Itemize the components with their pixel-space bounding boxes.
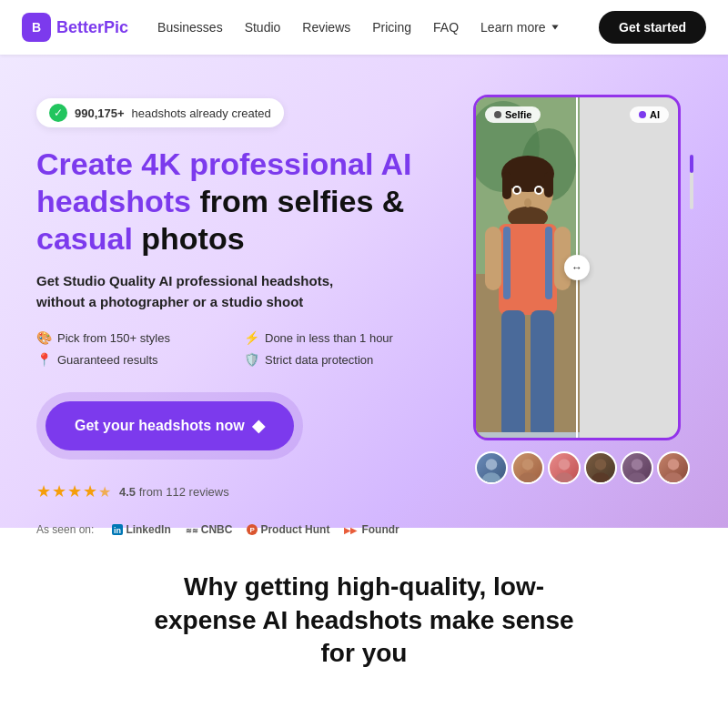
svg-rect-23 [503,227,511,299]
feature-data: 🛡️ Strict data protection [244,352,437,367]
cta-wrapper: Get your headshots now ◆ [36,392,303,460]
hero-title: Create 4K professional AI headshots from… [36,146,437,257]
svg-point-18 [536,187,541,193]
nav-links: Businesses Studio Reviews Pricing FAQ Le… [157,20,599,35]
feature-guaranteed: 📍 Guaranteed results [36,352,229,367]
diamond-icon: ◆ [252,416,265,436]
headshots-badge: ✓ 990,175+ headshots already created [36,98,284,127]
hero-right: Selfie AI [473,91,692,528]
nav-faq[interactable]: FAQ [433,20,459,35]
cnbc-logo: ≋≋ CNBC [186,523,233,536]
svg-rect-27 [501,310,525,438]
svg-rect-20 [531,183,543,186]
hero-left: ✓ 990,175+ headshots already created Cre… [36,91,437,528]
ai-dot [639,111,646,118]
svg-point-21 [524,198,531,207]
scroll-indicator [690,155,693,209]
logo[interactable]: B BetterPic [22,13,128,42]
svg-point-54 [559,459,570,470]
producthunt-logo: P Product Hunt [247,523,329,536]
press-label: As seen on: [36,523,94,536]
section2: Why getting high-quality, low-expense AI… [0,528,728,728]
svg-point-57 [592,472,610,484]
feature-styles: 🎨 Pick from 150+ styles [36,330,229,345]
hero-section: ✓ 990,175+ headshots already created Cre… [0,55,728,528]
chevron-down-icon [550,22,561,33]
get-headshots-button[interactable]: Get your headshots now ◆ [46,401,294,450]
avatar-2 [511,451,544,484]
svg-text:≋≋: ≋≋ [186,527,198,534]
photo-ai [476,438,577,440]
avatar-4 [584,451,617,484]
avatar-1 [475,451,508,484]
foundr-logo: ▶▶ Foundr [344,523,399,536]
svg-text:P: P [250,526,256,534]
svg-rect-29 [476,432,580,440]
comparison-card: Selfie AI [473,95,681,440]
avatars-row [473,451,692,484]
press-logos: in LinkedIn ≋≋ CNBC P Product Hunt ▶▶ Fo… [112,523,399,536]
hero-subtitle: Get Studio Quality AI professional heads… [36,271,346,312]
svg-rect-25 [485,227,501,290]
logo-text: BetterPic [56,18,128,37]
nav-pricing[interactable]: Pricing [372,20,411,35]
palette-icon: 🎨 [36,330,52,345]
nav-businesses[interactable]: Businesses [157,20,223,35]
svg-point-55 [555,472,573,484]
navbar: B BetterPic Businesses Studio Reviews Pr… [0,0,728,55]
avatar-6 [657,451,690,484]
press-row: As seen on: in LinkedIn ≋≋ CNBC P Produc… [36,523,437,536]
svg-point-61 [664,472,682,484]
svg-point-51 [482,472,500,484]
avatar-3 [548,451,581,484]
logo-icon: B [22,13,51,42]
svg-text:▶▶: ▶▶ [344,526,358,535]
scroll-thumb [690,155,693,173]
svg-point-60 [668,459,679,470]
features-grid: 🎨 Pick from 150+ styles ⚡ Done in less t… [36,330,437,367]
nav-studio[interactable]: Studio [245,20,281,35]
rating-row: ★★★★★ 4.5 from 112 reviews [36,481,437,501]
badge-check-icon: ✓ [49,104,67,122]
svg-rect-24 [545,227,552,299]
ai-label: AI [630,106,669,123]
svg-point-52 [522,459,533,470]
svg-rect-13 [544,172,553,197]
svg-point-16 [514,187,520,193]
svg-point-58 [632,459,642,470]
section2-title: Why getting high-quality, low-expense AI… [136,571,592,670]
linkedin-logo: in LinkedIn [112,523,170,536]
rating-text: 4.5 from 112 reviews [119,485,229,499]
svg-rect-12 [502,172,511,199]
selfie-label: Selfie [485,106,541,123]
star-rating: ★★★★★ [36,481,112,501]
pin-icon: 📍 [36,352,52,367]
photo-selfie [476,97,577,438]
get-started-button[interactable]: Get started [599,11,706,44]
swap-icon: ↔ [564,255,590,280]
lightning-icon: ⚡ [244,330,259,345]
feature-time: ⚡ Done in less than 1 hour [244,330,437,345]
svg-point-56 [595,459,606,470]
svg-rect-19 [512,183,525,186]
selfie-dot [494,111,501,118]
svg-point-59 [628,472,646,484]
svg-rect-28 [531,310,554,438]
ai-person-svg [476,432,580,440]
svg-text:in: in [114,526,121,535]
shield-icon: 🛡️ [244,352,259,367]
svg-point-50 [486,459,497,470]
svg-point-53 [519,472,537,484]
nav-reviews[interactable]: Reviews [302,20,350,35]
nav-learn-more[interactable]: Learn more [480,20,561,35]
avatar-5 [621,451,653,484]
